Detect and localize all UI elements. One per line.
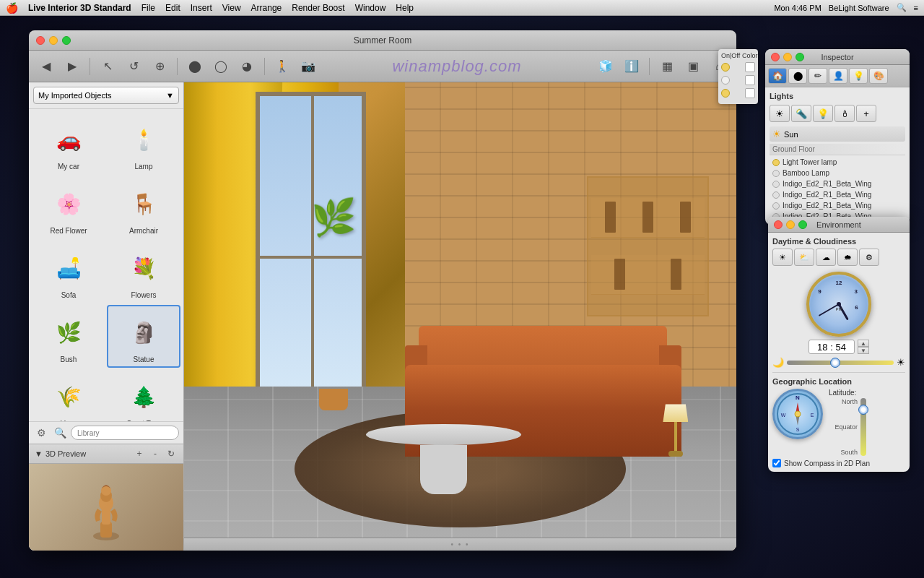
camera-button[interactable]: 📷: [297, 55, 320, 78]
maximize-button[interactable]: [62, 36, 71, 45]
menu-file[interactable]: File: [141, 3, 155, 13]
object-item-armchair[interactable]: 🪑 Armchair: [107, 176, 180, 239]
menu-help[interactable]: Help: [396, 3, 414, 13]
inspector-maximize-button[interactable]: [796, 53, 804, 61]
menu-bar-list-icon[interactable]: ≡: [914, 4, 918, 12]
menu-bar-search-icon[interactable]: 🔍: [897, 3, 907, 12]
circle-tool-button[interactable]: ⬤: [183, 55, 206, 78]
inspector-color-button[interactable]: 🎨: [869, 68, 888, 84]
object-item-car[interactable]: 🚗 My car: [32, 112, 105, 175]
back-button[interactable]: ◀: [35, 55, 58, 78]
time-input[interactable]: [808, 340, 855, 354]
light-item-indigo3[interactable]: Indigo_Ed2_R1_Beta_Wing: [770, 200, 905, 211]
object-item-flower[interactable]: 🌸 Red Flower: [32, 176, 105, 239]
latitude-slider-thumb[interactable]: [858, 405, 868, 415]
object-item-lamp[interactable]: 🕯️ Lamp: [107, 112, 180, 175]
inspector-circle-button[interactable]: ⬤: [788, 68, 807, 84]
light-item-indigo1[interactable]: Indigo_Ed2_R1_Beta_Wing: [770, 178, 905, 189]
inspector-pencil-button[interactable]: ✏: [808, 68, 827, 84]
inspector-person-button[interactable]: 👤: [829, 68, 847, 84]
light-lamp2-button[interactable]: 💡: [813, 105, 833, 122]
select-tool-button[interactable]: ↖: [96, 55, 119, 78]
env-partly-cloudy-button[interactable]: ⛅: [794, 249, 814, 266]
elevation-button[interactable]: ▣: [681, 55, 705, 78]
zoom-in-button[interactable]: +: [133, 447, 146, 460]
toolbar-sep-2: [177, 58, 178, 75]
object-item-vase[interactable]: 🌾 Vase: [32, 369, 105, 421]
rotate-tool-button[interactable]: ↺: [122, 55, 145, 78]
env-maximize-button[interactable]: [798, 220, 807, 229]
env-clear-button[interactable]: ☀: [772, 249, 793, 266]
brightness-slider-thumb[interactable]: [830, 358, 840, 368]
latitude-slider-track[interactable]: [860, 398, 866, 456]
move-tool-button[interactable]: ⊕: [148, 55, 171, 78]
menu-view[interactable]: View: [222, 3, 241, 13]
search-input[interactable]: [71, 426, 179, 440]
refresh-button[interactable]: ↻: [165, 447, 178, 460]
object-label-car: My car: [58, 163, 79, 171]
menu-arrange[interactable]: Arrange: [251, 3, 282, 13]
inspector-bulb-button[interactable]: 💡: [849, 68, 868, 84]
light-sun-button[interactable]: ☀: [770, 105, 790, 122]
light-lamp1-button[interactable]: 🔦: [791, 105, 811, 122]
object-item-great-tree[interactable]: 🌲 Great Tree: [107, 369, 180, 421]
onoff-indicator-2[interactable]: [721, 76, 730, 85]
sun-row: ☀ Sun: [770, 126, 905, 142]
onoff-indicator-3[interactable]: [721, 89, 730, 98]
onoff-indicator-1[interactable]: [721, 63, 730, 72]
env-minimize-button[interactable]: [786, 220, 795, 229]
light-name-tower: Light Tower lamp: [783, 158, 837, 166]
color-box-1[interactable]: [745, 62, 755, 72]
close-button[interactable]: [36, 36, 45, 45]
time-step-up-button[interactable]: ▲: [858, 340, 869, 347]
onoff-row-2: [721, 75, 755, 85]
onoff-row-3: [721, 88, 755, 98]
inspector-minimize-button[interactable]: [783, 53, 792, 61]
light-name-indigo1: Indigo_Ed2_R1_Beta_Wing: [783, 180, 871, 188]
menu-render-boost[interactable]: Render Boost: [292, 3, 344, 13]
shelf-item: [605, 202, 616, 233]
arc-tool-button[interactable]: ◕: [235, 55, 258, 78]
menu-edit[interactable]: Edit: [165, 3, 180, 13]
preview-header[interactable]: ▼ 3D Preview + - ↻: [29, 444, 183, 464]
menu-window[interactable]: Window: [355, 3, 386, 13]
env-overcast-button[interactable]: 🌧: [837, 249, 858, 266]
floor-plan-button[interactable]: ▦: [655, 55, 679, 78]
objects-dropdown[interactable]: My Imported Objects ▼: [33, 87, 179, 104]
light-lamp3-button[interactable]: 🕯: [834, 105, 855, 122]
forward-button[interactable]: ▶: [61, 55, 84, 78]
info-button[interactable]: ℹ️: [620, 55, 643, 78]
apple-menu[interactable]: 🍎: [6, 2, 18, 14]
bookshelf: [587, 176, 708, 316]
time-step-down-button[interactable]: ▼: [858, 347, 869, 354]
color-box-2[interactable]: [745, 75, 755, 85]
brightness-slider-track[interactable]: [787, 361, 894, 365]
show-compass-checkbox[interactable]: [772, 459, 781, 467]
minimize-button[interactable]: [49, 36, 58, 45]
inspector-close-button[interactable]: [771, 53, 780, 61]
ring-tool-button[interactable]: ◯: [209, 55, 232, 78]
window-title: Summer Room: [354, 35, 412, 46]
light-item-indigo2[interactable]: Indigo_Ed2_R1_Beta_Wing: [770, 189, 905, 200]
env-close-button[interactable]: [774, 220, 783, 229]
light-item-bamboo[interactable]: Bamboo Lamp: [770, 168, 905, 178]
object-item-flowers[interactable]: 💐 Flowers: [107, 241, 180, 303]
color-box-3[interactable]: [745, 88, 755, 98]
object-item-bush[interactable]: 🌿 Bush: [32, 305, 105, 368]
env-cloudy-button[interactable]: ☁: [816, 249, 836, 266]
app-toolbar: ◀ ▶ ↖ ↺ ⊕ ⬤ ◯ ◕ 🚶 📷 winampblog.com 🧊 ℹ️ …: [29, 51, 736, 82]
gear-button[interactable]: ⚙: [33, 425, 49, 441]
env-settings-button[interactable]: ⚙: [859, 249, 879, 266]
menu-insert[interactable]: Insert: [191, 3, 212, 13]
object-item-statue[interactable]: 🗿 Statue: [107, 305, 180, 368]
sidebar-search-bar: ⚙ 🔍: [29, 421, 183, 444]
clock-num-6: 6: [855, 303, 858, 310]
object-item-sofa[interactable]: 🛋️ Sofa: [32, 241, 105, 303]
zoom-out-button[interactable]: -: [149, 447, 162, 460]
inspector-house-button[interactable]: 🏠: [768, 68, 787, 84]
person-tool-button[interactable]: 🚶: [271, 55, 294, 78]
resize-handle-icon: • • •: [450, 540, 469, 548]
light-add-button[interactable]: +: [856, 105, 876, 122]
3d-view-button[interactable]: 🧊: [594, 55, 617, 78]
light-item-tower[interactable]: Light Tower lamp: [770, 157, 905, 168]
